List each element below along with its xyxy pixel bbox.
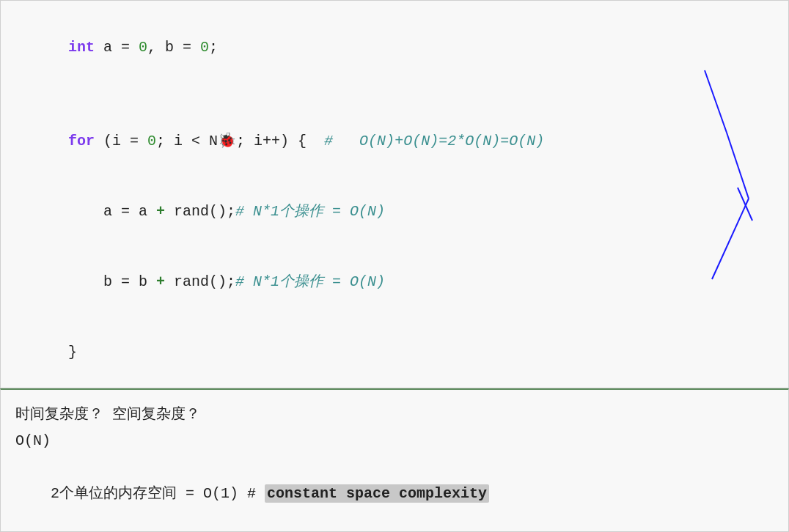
code-text: a = a — [68, 203, 156, 220]
code-text: ; i++) { — [236, 133, 324, 149]
code-text: b = b — [68, 273, 156, 290]
code-brace-1: } — [68, 344, 77, 361]
code-text: ; i < N — [156, 133, 218, 149]
code-block: int a = 0, b = 0; for (i = 0; i < N🐞; i+… — [15, 12, 774, 388]
explanation-line2: O(N) — [15, 428, 774, 454]
highlighted-constant-space: constant space complexity — [265, 484, 489, 503]
code-text: (i = — [95, 133, 147, 149]
code-panel: int a = 0, b = 0; for (i = 0; i < N🐞; i+… — [0, 0, 789, 388]
code-text: rand(); — [165, 203, 235, 220]
code-text: a = — [95, 39, 139, 56]
code-line-3: a = a + rand();# N*1个操作 = O(N) — [15, 177, 774, 247]
cursor-indicator: 🐞 — [218, 133, 236, 149]
code-line-2: for (i = 0; i < N🐞; i++) { # O(N)+O(N)=2… — [15, 106, 774, 177]
keyword-int: int — [68, 39, 95, 56]
code-line-1: int a = 0, b = 0; — [15, 12, 774, 83]
keyword-for-1: for — [68, 133, 95, 149]
code-line-blank — [15, 83, 774, 106]
explanation-line3-prefix: 2个单位的内存空间 = O(1) # — [51, 485, 265, 502]
code-text: ; — [209, 39, 218, 56]
code-line-5: } — [15, 317, 774, 388]
comment-line4: # N*1个操作 = O(N) — [235, 273, 385, 290]
comment-on: # O(N)+O(N)=2*O(N)=O(N) — [324, 133, 544, 149]
explanation-line3: 2个单位的内存空间 = O(1) # constant space comple… — [15, 454, 774, 532]
code-text: rand(); — [165, 273, 235, 290]
num-0-a: 0 — [139, 39, 147, 56]
comment-line3: # N*1个操作 = O(N) — [235, 203, 385, 220]
code-text: , b = — [147, 39, 200, 56]
op-plus-2: + — [156, 273, 165, 290]
explanation-line1: 时间复杂度？ 空间复杂度？ — [15, 402, 774, 428]
num-0-i: 0 — [147, 133, 156, 149]
code-line-4: b = b + rand();# N*1个操作 = O(N) — [15, 247, 774, 317]
op-plus-1: + — [156, 203, 165, 220]
num-0-b: 0 — [200, 39, 209, 56]
explanation-panel: 时间复杂度？ 空间复杂度？ O(N) 2个单位的内存空间 = O(1) # co… — [0, 388, 789, 532]
